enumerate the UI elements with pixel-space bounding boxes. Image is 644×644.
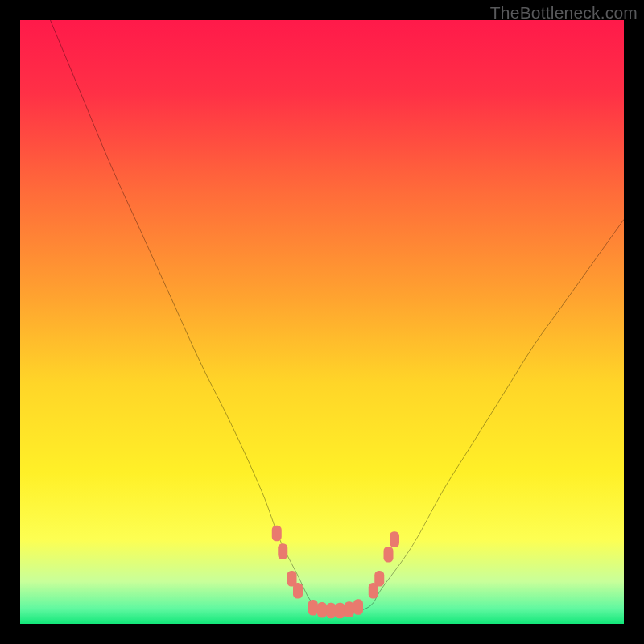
trough-marker [278, 543, 287, 559]
trough-marker [272, 526, 282, 541]
chart-svg [20, 20, 624, 624]
watermark-text: TheBottleneck.com [490, 3, 638, 23]
trough-markers [272, 526, 399, 619]
trough-marker [345, 601, 354, 617]
trough-marker [308, 600, 318, 616]
trough-marker [293, 583, 303, 598]
trough-marker [326, 603, 336, 619]
trough-marker [353, 599, 363, 615]
trough-marker [384, 547, 394, 562]
trough-marker [317, 602, 327, 618]
trough-marker [336, 603, 345, 619]
bottleneck-curve [51, 20, 625, 613]
plot-area [20, 20, 624, 624]
trough-marker [390, 531, 399, 547]
outer-black-frame: TheBottleneck.com [0, 0, 644, 644]
trough-marker [374, 571, 384, 586]
